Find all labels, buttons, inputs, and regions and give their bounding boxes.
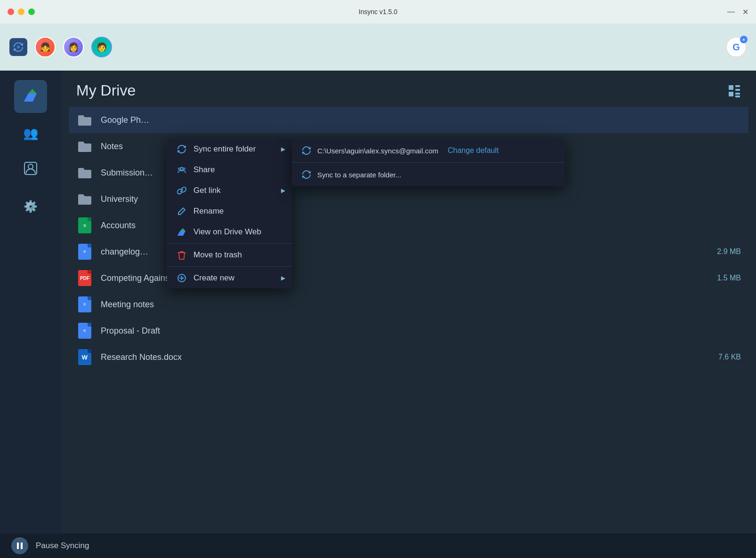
sync-separate-icon — [301, 169, 312, 180]
view-toggle[interactable] — [728, 84, 741, 97]
sync-status-label: Pause Syncing — [36, 541, 89, 550]
file-size: 1.5 MB — [717, 274, 741, 282]
close-button[interactable]: ✕ — [742, 8, 748, 16]
context-menu-rename[interactable]: Rename — [167, 201, 292, 222]
minimize-traffic-light[interactable] — [18, 8, 24, 15]
create-new-label: Create new — [193, 273, 234, 283]
file-name: Google Ph… — [101, 115, 741, 125]
trash-icon — [177, 250, 187, 260]
trash-label: Move to trash — [193, 250, 242, 260]
view-drive-web-label: View on Drive Web — [193, 227, 261, 237]
svg-rect-8 — [735, 96, 740, 97]
content-header: My Drive — [61, 71, 756, 107]
svg-point-13 — [183, 168, 185, 170]
google-add-account-button[interactable]: G + — [726, 37, 747, 57]
doc-icon: ≡ — [76, 296, 93, 313]
status-bar: Pause Syncing — [0, 534, 756, 558]
sync-small-icon — [301, 145, 312, 156]
rename-icon — [177, 207, 187, 216]
doc-icon: ≡ — [76, 322, 93, 339]
avatar-1[interactable]: 👧 — [35, 37, 56, 57]
titlebar: Insync v1.5.0 — ✕ — [0, 0, 756, 24]
link-icon — [177, 186, 187, 195]
context-menu-share[interactable]: Share — [167, 159, 292, 180]
pause-sync-button[interactable] — [11, 537, 28, 554]
file-size: 7.6 KB — [718, 353, 741, 361]
folder-icon — [76, 164, 93, 181]
sidebar-item-drive[interactable] — [14, 80, 47, 113]
folder-icon — [76, 191, 93, 207]
minimize-button[interactable]: — — [727, 8, 735, 16]
table-row[interactable]: ≡ Meeting notes — [69, 291, 748, 318]
svg-rect-7 — [735, 93, 740, 95]
svg-point-2 — [28, 164, 33, 169]
get-link-label: Get link — [193, 186, 221, 195]
context-menu-get-link[interactable]: Get link — [167, 180, 292, 201]
sidebar-item-settings[interactable]: ⚙️ — [14, 190, 47, 223]
app-title: Insync v1.5.0 — [359, 8, 398, 16]
svg-point-12 — [178, 168, 180, 170]
svg-rect-10 — [21, 542, 23, 549]
file-name: Meeting notes — [101, 300, 741, 310]
header-bar: 👧 👩 🧑 G + — [0, 24, 756, 71]
context-menu-sync-folder[interactable]: Sync entire folder — [167, 139, 292, 159]
sheets-icon: ≡ — [76, 217, 93, 234]
table-row[interactable]: ≡ Proposal - Draft — [69, 318, 748, 344]
sync-path-text: C:\Users\aguin\alex.syncs@gmail.com — [317, 147, 438, 155]
pdf-icon: PDF — [76, 270, 93, 287]
share-label: Share — [193, 165, 215, 175]
rename-label: Rename — [193, 207, 224, 216]
page-title: My Drive — [76, 82, 136, 99]
word-icon: W — [76, 349, 93, 366]
avatar-2[interactable]: 👩 — [63, 37, 84, 57]
folder-icon — [76, 112, 93, 128]
close-traffic-light[interactable] — [8, 8, 14, 15]
svg-rect-9 — [17, 542, 19, 549]
sync-submenu-path[interactable]: C:\Users\aguin\alex.syncs@gmail.com Chan… — [292, 139, 565, 163]
sync-separate-label: Sync to a separate folder... — [317, 171, 401, 179]
table-row[interactable]: W Research Notes.docx 7.6 KB — [69, 344, 748, 370]
file-size: 2.9 MB — [717, 247, 741, 256]
context-menu-divider2 — [167, 266, 292, 267]
table-row[interactable]: Google Ph… — [69, 107, 748, 133]
contacts2-icon — [24, 161, 38, 179]
share-icon — [177, 165, 187, 175]
sync-status-icon[interactable] — [9, 38, 27, 56]
change-default-link[interactable]: Change default — [448, 146, 499, 155]
file-name: Proposal - Draft — [101, 326, 741, 336]
titlebar-right: — ✕ — [727, 8, 748, 16]
svg-rect-6 — [729, 92, 733, 96]
drive-icon — [23, 88, 38, 104]
svg-rect-3 — [729, 85, 733, 90]
sidebar-item-contacts2[interactable] — [14, 153, 47, 186]
avatar-3[interactable]: 🧑 — [91, 37, 112, 57]
create-new-icon — [177, 273, 187, 283]
context-menu-create-new[interactable]: Create new — [167, 268, 292, 288]
drive-web-icon — [177, 228, 187, 236]
svg-rect-5 — [735, 89, 740, 91]
context-menu-view-on-drive-web[interactable]: View on Drive Web — [167, 222, 292, 242]
sync-submenu-separate[interactable]: Sync to a separate folder... — [292, 163, 565, 186]
sync-folder-label: Sync entire folder — [193, 144, 256, 154]
file-name: Research Notes.docx — [101, 352, 718, 362]
sidebar-item-contacts[interactable]: 👥 — [14, 117, 47, 150]
window-controls — [8, 8, 35, 15]
context-menu-move-to-trash[interactable]: Move to trash — [167, 245, 292, 265]
contacts-icon: 👥 — [23, 126, 38, 141]
maximize-traffic-light[interactable] — [28, 8, 35, 15]
svg-point-0 — [17, 46, 20, 48]
context-menu: Sync entire folder Share Get link R — [167, 139, 292, 288]
doc-icon: ≡ — [76, 243, 93, 260]
svg-point-11 — [180, 167, 183, 170]
settings-icon: ⚙️ — [24, 200, 38, 213]
add-account-plus: + — [740, 36, 748, 43]
folder-icon — [76, 138, 93, 155]
sync-folder-icon — [177, 144, 187, 154]
sync-submenu: C:\Users\aguin\alex.syncs@gmail.com Chan… — [292, 139, 565, 186]
sidebar: 👥 ⚙️ — [0, 71, 61, 534]
svg-rect-4 — [735, 85, 740, 87]
context-menu-divider — [167, 243, 292, 244]
